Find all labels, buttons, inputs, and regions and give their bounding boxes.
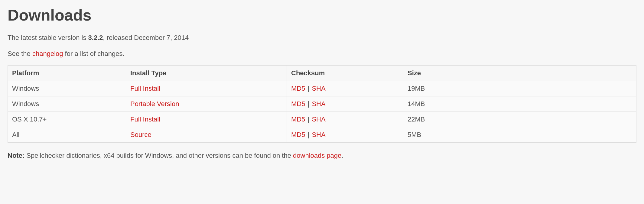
table-row: WindowsFull InstallMD5 | SHA19MB bbox=[8, 81, 636, 96]
note-body: Spellchecker dictionaries, x64 builds fo… bbox=[24, 152, 293, 159]
header-size: Size bbox=[403, 65, 636, 81]
cell-platform: OS X 10.7+ bbox=[8, 112, 126, 127]
cell-checksum: MD5 | SHA bbox=[287, 81, 403, 96]
cell-checksum: MD5 | SHA bbox=[287, 127, 403, 142]
checksum-sha-link[interactable]: SHA bbox=[312, 85, 325, 92]
note-suffix: . bbox=[341, 152, 343, 159]
header-platform: Platform bbox=[8, 65, 126, 81]
install-type-link[interactable]: Source bbox=[130, 131, 151, 138]
changelog-prefix: See the bbox=[8, 50, 32, 57]
cell-checksum: MD5 | SHA bbox=[287, 112, 403, 127]
version-prefix: The latest stable version is bbox=[8, 34, 88, 41]
checksum-md5-link[interactable]: MD5 bbox=[291, 85, 305, 92]
install-type-link[interactable]: Full Install bbox=[130, 115, 160, 123]
downloads-table: Platform Install Type Checksum Size Wind… bbox=[8, 65, 636, 143]
version-number: 3.2.2 bbox=[88, 34, 103, 41]
downloads-page-link[interactable]: downloads page bbox=[293, 152, 341, 159]
cell-install-type: Source bbox=[126, 127, 287, 142]
table-row: AllSourceMD5 | SHA5MB bbox=[8, 127, 636, 142]
page-title: Downloads bbox=[8, 6, 636, 24]
header-checksum: Checksum bbox=[287, 65, 403, 81]
cell-size: 5MB bbox=[403, 127, 636, 142]
checksum-md5-link[interactable]: MD5 bbox=[291, 100, 305, 108]
install-type-link[interactable]: Portable Version bbox=[130, 100, 179, 108]
checksum-sha-link[interactable]: SHA bbox=[312, 100, 325, 108]
changelog-line: See the changelog for a list of changes. bbox=[8, 49, 636, 59]
checksum-separator: | bbox=[305, 131, 312, 138]
note-line: Note: Spellchecker dictionaries, x64 bui… bbox=[8, 151, 636, 160]
checksum-separator: | bbox=[305, 100, 312, 108]
cell-size: 14MB bbox=[403, 96, 636, 112]
note-label: Note: bbox=[8, 152, 24, 159]
version-line: The latest stable version is 3.2.2, rele… bbox=[8, 33, 636, 43]
cell-platform: Windows bbox=[8, 96, 126, 112]
header-install-type: Install Type bbox=[126, 65, 287, 81]
cell-size: 19MB bbox=[403, 81, 636, 96]
version-suffix: , released December 7, 2014 bbox=[103, 34, 189, 41]
table-row: OS X 10.7+Full InstallMD5 | SHA22MB bbox=[8, 112, 636, 127]
changelog-link[interactable]: changelog bbox=[32, 50, 63, 57]
cell-checksum: MD5 | SHA bbox=[287, 96, 403, 112]
cell-platform: All bbox=[8, 127, 126, 142]
cell-install-type: Full Install bbox=[126, 112, 287, 127]
cell-install-type: Portable Version bbox=[126, 96, 287, 112]
checksum-separator: | bbox=[305, 85, 312, 92]
checksum-sha-link[interactable]: SHA bbox=[312, 115, 325, 123]
table-header-row: Platform Install Type Checksum Size bbox=[8, 65, 636, 81]
checksum-sha-link[interactable]: SHA bbox=[312, 131, 325, 138]
changelog-suffix: for a list of changes. bbox=[63, 50, 125, 57]
checksum-separator: | bbox=[305, 115, 312, 123]
checksum-md5-link[interactable]: MD5 bbox=[291, 131, 305, 138]
cell-platform: Windows bbox=[8, 81, 126, 96]
cell-size: 22MB bbox=[403, 112, 636, 127]
install-type-link[interactable]: Full Install bbox=[130, 85, 160, 92]
checksum-md5-link[interactable]: MD5 bbox=[291, 115, 305, 123]
cell-install-type: Full Install bbox=[126, 81, 287, 96]
table-row: WindowsPortable VersionMD5 | SHA14MB bbox=[8, 96, 636, 112]
